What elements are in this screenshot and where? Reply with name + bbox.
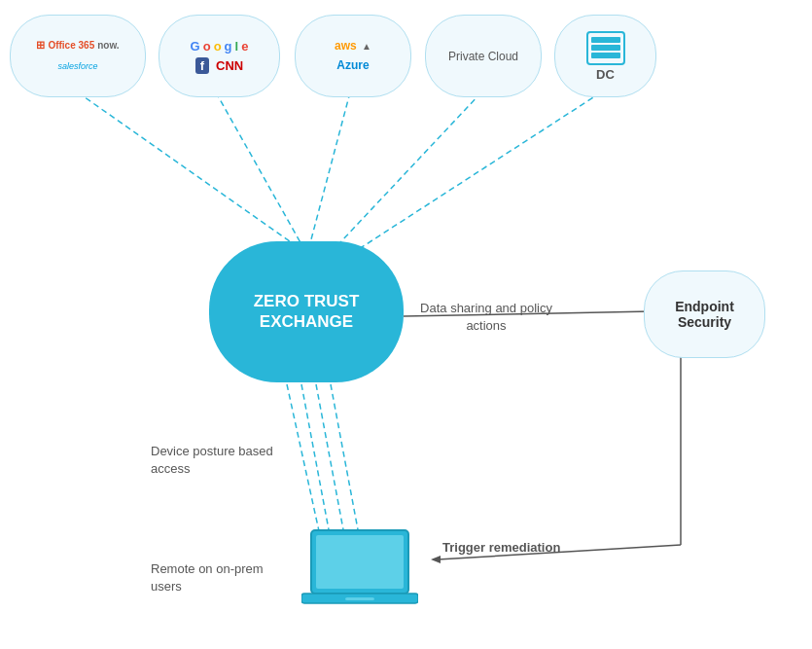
svg-marker-13 [431,556,441,563]
trigger-remediation-label: Trigger remediation [442,539,598,557]
svg-line-1 [216,92,306,253]
svg-line-6 [301,384,331,540]
cloud-endpoint-security: Endpoint Security [644,270,765,358]
cloud-dc: DC [554,15,656,97]
endpoint-line2: Security [678,314,731,330]
dc-label: DC [596,67,615,82]
endpoint-line1: Endpoint [675,299,734,314]
diagram-container: ⊞ Office 365 now. salesforce Google f CN… [0,0,812,649]
svg-rect-15 [316,535,404,589]
zte-line1: ZERO TRUST [254,291,360,312]
cloud-office365: ⊞ Office 365 now. salesforce [10,15,146,97]
svg-line-0 [78,92,306,253]
svg-line-8 [331,384,360,540]
data-sharing-label: Data sharing and policy actions [418,300,554,335]
laptop-device [292,518,428,615]
svg-line-2 [306,92,350,258]
cloud-aws-azure: aws ▲ Azure [295,15,411,97]
cloud-zte: ZERO TRUST EXCHANGE [209,241,404,382]
zte-line2: EXCHANGE [260,312,353,332]
azure-label: Azure [336,58,369,72]
svg-line-4 [345,92,601,258]
svg-line-7 [316,384,345,540]
device-posture-label: Device posture based access [151,443,287,478]
office-icon: ⊞ [36,39,45,52]
svg-line-5 [287,384,321,540]
private-cloud-label: Private Cloud [448,50,518,63]
svg-line-3 [326,92,481,258]
svg-rect-17 [345,597,374,600]
laptop-icon [301,525,418,608]
salesforce-label: salesforce [57,61,97,71]
cloud-private: Private Cloud [425,15,542,97]
remote-users-label: Remote on on-prem users [151,560,287,595]
server-icon [586,31,625,65]
aws-label: aws [335,39,357,53]
cloud-google: Google f CNN [159,15,280,97]
